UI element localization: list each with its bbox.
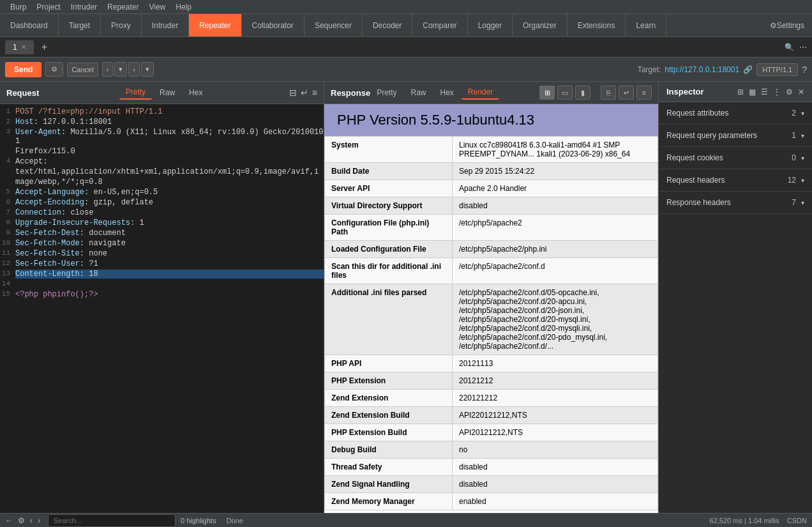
code-line: text/html,application/xhtml+xml,applicat… xyxy=(0,167,324,177)
wrap-response-icon[interactable]: ↵ xyxy=(619,86,634,100)
menu-burp[interactable]: Burp xyxy=(5,1,31,13)
menu-view[interactable]: View xyxy=(144,1,170,13)
menu-project[interactable]: Project xyxy=(31,1,65,13)
line-content[interactable]: Firefox/115.0 xyxy=(15,147,324,156)
inspector-row-2[interactable]: Request cookies0▾ xyxy=(659,147,812,169)
link-icon[interactable]: 🔗 xyxy=(743,65,753,74)
code-line: 2Host: 127.0.0.1:18001 xyxy=(0,117,324,127)
tab-proxy[interactable]: Proxy xyxy=(101,14,142,36)
forward-dropdown-button[interactable]: ▾ xyxy=(141,62,154,77)
more-icon[interactable]: ≡ xyxy=(312,88,317,98)
settings-button[interactable]: ⚙ Settings xyxy=(762,14,812,36)
inspector-icon-2[interactable]: ▦ xyxy=(749,88,756,96)
repeater-tab-1[interactable]: 1 ✕ xyxy=(5,40,34,54)
more-response-icon[interactable]: ≡ xyxy=(636,86,652,100)
line-content[interactable]: Accept-Language: en-US,en;q=0.5 xyxy=(15,188,324,197)
tab-logger[interactable]: Logger xyxy=(468,14,513,36)
table-cell-value: API220121212,NTS xyxy=(453,407,658,424)
help-icon[interactable]: ? xyxy=(802,65,807,75)
response-tab-hex[interactable]: Hex xyxy=(434,86,460,99)
inspector-row-1[interactable]: Request query parameters1▾ xyxy=(659,125,812,147)
table-row: PHP API20121113 xyxy=(325,355,658,372)
line-content[interactable]: Sec-Fetch-Mode: navigate xyxy=(15,239,324,248)
table-cell-label: Zend Extension Build xyxy=(325,407,453,424)
line-content[interactable]: Content-Length: 18 xyxy=(15,270,324,279)
inspector-row-0[interactable]: Request attributes2▾ xyxy=(659,102,812,125)
format-icon[interactable]: ⊟ xyxy=(289,88,297,98)
request-tab-hex[interactable]: Hex xyxy=(183,86,209,99)
line-content[interactable]: Sec-Fetch-Dest: document xyxy=(15,229,324,238)
line-content[interactable]: User-Agent: Mozilla/5.0 (X11; Linux x86_… xyxy=(15,128,324,146)
response-tab-pretty[interactable]: Pretty xyxy=(370,86,403,99)
line-content[interactable]: Sec-Fetch-User: ?1 xyxy=(15,259,324,268)
line-content[interactable] xyxy=(15,280,324,289)
status-text: Done xyxy=(227,517,243,524)
inspector-icon-1[interactable]: ⊞ xyxy=(737,88,744,96)
line-number xyxy=(0,178,15,187)
request-tab-raw[interactable]: Raw xyxy=(153,86,181,99)
line-content[interactable]: Accept-Encoding: gzip, deflate xyxy=(15,198,324,207)
line-content[interactable]: Host: 127.0.0.1:18001 xyxy=(15,118,324,126)
search-icon[interactable]: 🔍 xyxy=(785,43,794,52)
wrap-icon[interactable]: ↵ xyxy=(301,88,308,98)
copy-icon[interactable]: ⎘ xyxy=(601,86,616,100)
line-content[interactable]: Accept: xyxy=(15,157,324,166)
tab-extensions[interactable]: Extensions xyxy=(568,14,626,36)
search-area: 🔍 ⋯ xyxy=(785,43,807,52)
menu-help[interactable]: Help xyxy=(170,1,197,13)
nav-prev-icon[interactable]: ‹ xyxy=(30,516,33,525)
tab-comparer[interactable]: Comparer xyxy=(412,14,467,36)
back-button[interactable]: ‹ xyxy=(102,62,114,77)
inspector-align-icon[interactable]: ☰ xyxy=(761,88,768,96)
tab-intruder[interactable]: Intruder xyxy=(142,14,189,36)
send-button[interactable]: Send xyxy=(5,62,41,77)
mode-icon-1[interactable]: ⊞ xyxy=(539,86,555,100)
tab-target[interactable]: Target xyxy=(59,14,101,36)
nav-next-icon[interactable]: › xyxy=(38,516,40,525)
chevron-down-icon: ▾ xyxy=(801,132,804,139)
settings-icon-button[interactable]: ⚙ xyxy=(45,62,63,77)
tab-decoder[interactable]: Decoder xyxy=(363,14,412,36)
response-tab-render[interactable]: Render xyxy=(462,86,499,100)
search-input[interactable] xyxy=(48,514,176,527)
line-content[interactable]: POST /?file=php://input HTTP/1.1 xyxy=(15,107,324,116)
nav-settings-icon[interactable]: ⚙ xyxy=(18,516,25,525)
tab-repeater[interactable]: Repeater xyxy=(189,14,241,36)
inspector-row-4[interactable]: Response headers7▾ xyxy=(659,192,812,214)
menu-intruder[interactable]: Intruder xyxy=(66,1,102,13)
tab-collaborator[interactable]: Collaborator xyxy=(242,14,304,36)
code-line: 3User-Agent: Mozilla/5.0 (X11; Linux x86… xyxy=(0,127,324,146)
request-tab-pretty[interactable]: Pretty xyxy=(119,86,152,100)
add-tab-button[interactable]: + xyxy=(36,42,52,53)
tab-learn[interactable]: Learn xyxy=(626,14,666,36)
back-dropdown-button[interactable]: ▾ xyxy=(114,62,127,77)
line-content[interactable]: Connection: close xyxy=(15,208,324,217)
tab-organizer[interactable]: Organizer xyxy=(513,14,568,36)
response-tab-raw[interactable]: Raw xyxy=(404,86,432,99)
table-cell-label: Build Date xyxy=(325,163,453,180)
line-content[interactable]: Upgrade-Insecure-Requests: 1 xyxy=(15,218,324,227)
line-content[interactable]: <?php phpinfo();?> xyxy=(15,290,324,299)
line-number: 4 xyxy=(0,157,15,166)
table-row: Zend Memory Managerenabled xyxy=(325,493,658,510)
line-content[interactable]: text/html,application/xhtml+xml,applicat… xyxy=(15,167,324,176)
inspector-settings-icon[interactable]: ⚙ xyxy=(786,88,793,96)
mode-icon-3[interactable]: ▮ xyxy=(575,86,590,100)
line-content[interactable]: mage/webp,*/*;q=0.8 xyxy=(15,178,324,187)
close-tab-icon[interactable]: ✕ xyxy=(21,43,26,50)
menu-repeater[interactable]: Repeater xyxy=(102,1,144,13)
tab-dashboard[interactable]: Dashboard xyxy=(0,14,59,36)
line-number: 13 xyxy=(0,270,15,279)
inspector-close-icon[interactable]: ✕ xyxy=(798,88,804,96)
inspector-cols-icon[interactable]: ⋮ xyxy=(773,88,781,96)
inspector-row-3[interactable]: Request headers12▾ xyxy=(659,169,812,192)
line-content[interactable]: Sec-Fetch-Site: none xyxy=(15,249,324,258)
php-info-table: SystemLinux cc7c898041f8 6.3.0-kali1-amd… xyxy=(324,136,658,510)
ellipsis-icon[interactable]: ⋯ xyxy=(799,43,807,52)
nav-back-icon[interactable]: ← xyxy=(5,516,13,525)
forward-button[interactable]: › xyxy=(128,62,140,77)
cancel-button[interactable]: Cancel xyxy=(67,63,98,77)
mode-icon-2[interactable]: ▭ xyxy=(557,86,573,100)
http-version-selector[interactable]: HTTP/1.1 xyxy=(756,63,798,76)
tab-sequencer[interactable]: Sequencer xyxy=(304,14,363,36)
